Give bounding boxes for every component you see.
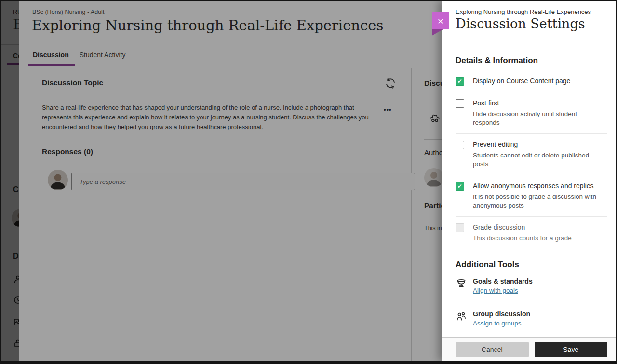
option-post-first: Post first Hide discussion activity unti…: [456, 92, 607, 134]
panel-title: Discussion Settings: [456, 16, 607, 31]
group-icon: [456, 311, 467, 323]
option-allow-anonymous: ✓ Allow anonymous responses and replies …: [456, 175, 607, 217]
option-description: It is not possible to grade a discussion…: [473, 193, 601, 210]
tool-group-discussion: Group discussion Assign to groups: [456, 310, 607, 327]
scrollbar-track[interactable]: [611, 49, 611, 332]
close-icon[interactable]: ×: [432, 12, 449, 29]
checkbox-disabled-icon: [456, 223, 464, 232]
option-label: Post first: [473, 99, 601, 108]
options-list: ✓ Display on Course Content page Post fi…: [456, 70, 607, 249]
modal-scrim[interactable]: [1, 1, 442, 361]
tool-label: Goals & standards: [473, 277, 533, 286]
tool-goals-standards: Goals & standards Align with goals: [456, 277, 607, 295]
tool-label: Group discussion: [473, 310, 530, 318]
option-grade-discussion: Grade discussion This discussion counts …: [456, 217, 607, 249]
option-label: Prevent editing: [473, 140, 601, 149]
goals-icon: [456, 278, 467, 290]
panel-subtitle: Exploring Nursing through Real-Life Expe…: [456, 8, 607, 15]
option-description: This discussion counts for a grade: [473, 234, 601, 243]
checkbox-checked-icon[interactable]: ✓: [456, 182, 464, 191]
option-description: Hide discussion activity until student r…: [473, 110, 601, 127]
option-label: Grade discussion: [473, 223, 601, 232]
panel-header: Exploring Nursing through Real-Life Expe…: [442, 1, 616, 44]
option-description: Students cannot edit or delete published…: [473, 151, 601, 169]
details-information-heading: Details & Information: [456, 56, 607, 65]
screen: RU B Co C D BSc (H: [0, 0, 617, 364]
discussion-settings-panel: × Exploring Nursing through Real-Life Ex…: [442, 1, 616, 361]
checkbox-unchecked-icon[interactable]: [456, 99, 464, 108]
option-label: Display on Course Content page: [473, 77, 570, 86]
additional-tools-heading: Additional Tools: [456, 260, 607, 270]
checkbox-checked-icon[interactable]: ✓: [456, 77, 464, 86]
panel-footer: Cancel Save: [442, 337, 616, 361]
option-label: Allow anonymous responses and replies: [473, 182, 601, 191]
cancel-button[interactable]: Cancel: [456, 342, 529, 357]
option-prevent-editing: Prevent editing Students cannot edit or …: [456, 134, 607, 175]
align-with-goals-link[interactable]: Align with goals: [473, 287, 518, 294]
assign-to-groups-link[interactable]: Assign to groups: [473, 320, 522, 327]
checkbox-unchecked-icon[interactable]: [456, 141, 464, 149]
divider: [473, 302, 607, 302]
close-button-fold: [432, 29, 443, 36]
viewport: RU B Co C D BSc (H: [1, 1, 616, 361]
panel-body: Details & Information ✓ Display on Cours…: [442, 44, 616, 337]
option-display-on-course-content: ✓ Display on Course Content page: [456, 70, 607, 92]
save-button[interactable]: Save: [535, 342, 608, 357]
